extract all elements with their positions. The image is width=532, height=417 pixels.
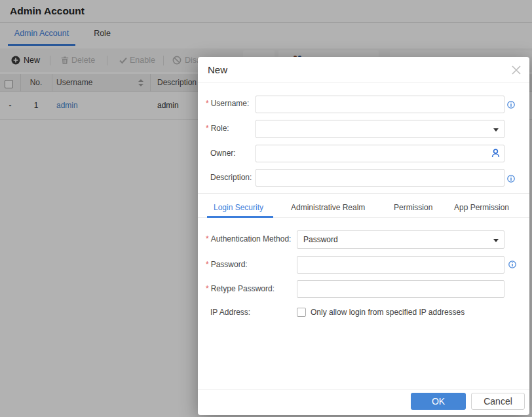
ok-button[interactable]: OK [411, 393, 466, 410]
retype-password-label-text: Retype Password: [211, 284, 275, 293]
authentication-method-label: *Authentication Method: [206, 230, 291, 248]
authentication-method-value: Password [303, 235, 338, 244]
dialog-footer-divider [198, 389, 529, 390]
password-input[interactable] [297, 256, 504, 274]
required-mark: * [206, 234, 209, 244]
description-label: Description: [210, 169, 252, 187]
dialog-title: New [208, 64, 227, 75]
new-admin-dialog: New *Username: *Role: Owner: Description… [198, 57, 529, 415]
ip-address-checkbox[interactable] [297, 308, 306, 317]
section-divider [198, 193, 529, 194]
tab-administrative-realm[interactable]: Administrative Realm [291, 202, 365, 213]
password-label: *Password: [206, 256, 248, 274]
info-icon[interactable] [508, 261, 516, 268]
password-label-text: Password: [211, 260, 248, 269]
role-label-text: Role: [211, 124, 229, 133]
owner-label: Owner: [210, 145, 236, 162]
tab-app-permission[interactable]: App Permission [454, 202, 509, 213]
dialog-active-tab-underline [207, 216, 273, 218]
info-icon[interactable] [507, 175, 515, 183]
close-icon[interactable] [510, 63, 523, 77]
tab-permission[interactable]: Permission [394, 202, 432, 213]
retype-password-label: *Retype Password: [206, 280, 275, 298]
required-mark: * [206, 124, 209, 133]
role-label: *Role: [206, 120, 229, 137]
authentication-method-select[interactable]: Password [297, 230, 504, 249]
dialog-header-divider [198, 82, 529, 82]
authentication-method-label-text: Authentication Method: [211, 234, 292, 244]
cancel-button[interactable]: Cancel [471, 393, 525, 410]
caret-down-icon [493, 239, 499, 242]
person-icon[interactable] [491, 149, 500, 158]
required-mark: * [206, 260, 209, 269]
tab-login-security[interactable]: Login Security [214, 202, 263, 213]
retype-password-input[interactable] [297, 280, 504, 298]
info-icon[interactable] [507, 101, 515, 109]
owner-input[interactable] [256, 145, 504, 162]
caret-down-icon [493, 128, 499, 132]
username-input[interactable] [256, 96, 504, 113]
required-mark: * [206, 99, 209, 108]
required-mark: * [206, 284, 209, 293]
ip-address-checkbox-label: Only allow login from specified IP addre… [311, 308, 465, 317]
ip-address-label: IP Address: [210, 304, 250, 321]
username-label-text: Username: [211, 99, 250, 108]
username-label: *Username: [206, 95, 249, 113]
role-select[interactable] [256, 120, 504, 138]
description-input[interactable] [256, 169, 504, 187]
